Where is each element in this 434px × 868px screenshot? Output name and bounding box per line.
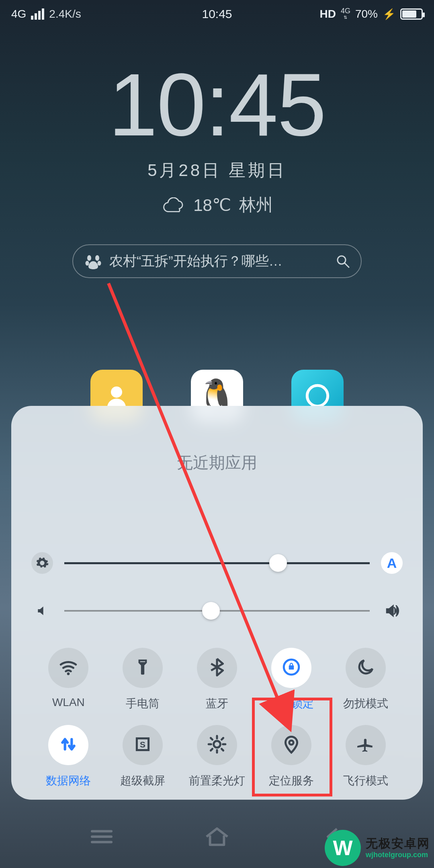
search-hot-text: 农村“五拆”开始执行？哪些… (109, 252, 329, 270)
toggle-label: 手电筒 (126, 696, 160, 711)
baidu-paw-icon (84, 252, 102, 270)
brightness-slider[interactable]: A (31, 552, 403, 574)
airplane-icon (356, 734, 376, 756)
annotation-highlight-box (252, 698, 332, 796)
toggle-front-flash[interactable]: 前置柔光灯 (180, 725, 254, 788)
svg-point-7 (307, 385, 328, 406)
sun-icon (207, 734, 227, 756)
lock-date: 5月28日 星期日 (0, 159, 434, 182)
network-speed: 2.4K/s (49, 8, 81, 20)
volume-thumb[interactable] (202, 602, 220, 620)
toggle-label: 数据网络 (46, 773, 91, 788)
toggle-label: 超级截屏 (120, 773, 165, 788)
toggle-label: WLAN (52, 696, 85, 709)
auto-brightness-button[interactable]: A (381, 552, 403, 574)
toggle-screenshot[interactable]: S 超级截屏 (106, 725, 180, 788)
toggle-label: 飞行模式 (343, 773, 388, 788)
lock-city: 林州 (239, 194, 273, 216)
brightness-thumb[interactable] (269, 554, 287, 572)
search-bar[interactable]: 农村“五拆”开始执行？哪些… (72, 244, 362, 278)
brightness-track[interactable] (64, 562, 370, 564)
search-icon (336, 254, 350, 268)
data-arrows-icon (58, 734, 78, 756)
flashlight-icon (133, 657, 153, 679)
screenshot-icon: S (133, 734, 153, 756)
svg-line-18 (221, 749, 223, 750)
toggle-grid: WLAN 手电筒 蓝牙 竖屏锁定 勿扰模式 数据网络 S 超级截屏 前 (31, 648, 403, 788)
watermark-logo: W (325, 830, 361, 866)
settings-gear-icon[interactable] (31, 552, 53, 574)
toggle-label: 勿扰模式 (343, 696, 388, 711)
moon-icon (356, 657, 376, 679)
svg-point-1 (95, 255, 99, 261)
toggle-flashlight[interactable]: 手电筒 (106, 648, 180, 711)
battery-percent: 70% (355, 8, 378, 20)
sliders-section: A (31, 552, 403, 622)
bluetooth-icon (207, 657, 227, 679)
lock-weather: 18℃ 林州 (0, 194, 434, 216)
charging-icon: ⚡ (383, 8, 395, 20)
watermark: W 无极安卓网 wjhotelgroup.com (325, 830, 430, 866)
battery-icon (400, 8, 423, 20)
wifi-icon (58, 657, 78, 679)
nav-home-button[interactable] (199, 825, 235, 849)
signal-icon (31, 8, 44, 20)
svg-point-8 (67, 672, 70, 675)
toggle-bluetooth[interactable]: 蓝牙 (180, 648, 254, 711)
statusbar-clock: 10:45 (202, 7, 232, 21)
rotation-lock-icon (281, 657, 301, 679)
status-right: HD 4G⇅ 70% ⚡ (319, 8, 423, 20)
lockscreen-clock: 10:45 5月28日 星期日 18℃ 林州 (0, 54, 434, 216)
volume-low-icon (31, 600, 53, 622)
svg-text:S: S (140, 740, 145, 749)
nav-recents-button[interactable] (84, 825, 120, 849)
toggle-label: 蓝牙 (206, 696, 228, 711)
no-recent-apps-label: 无近期应用 (31, 452, 403, 474)
volume-high-icon (381, 600, 403, 622)
svg-line-20 (221, 738, 223, 739)
svg-line-19 (211, 749, 212, 750)
watermark-url: wjhotelgroup.com (366, 851, 428, 860)
toggle-mobile-data[interactable]: 数据网络 (31, 725, 106, 788)
status-bar: 4G 2.4K/s 10:45 HD 4G⇅ 70% ⚡ (0, 0, 434, 28)
status-left: 4G 2.4K/s (11, 8, 81, 20)
svg-point-0 (87, 255, 91, 261)
watermark-title: 无极安卓网 (366, 836, 430, 851)
svg-point-12 (214, 741, 221, 748)
svg-line-5 (345, 263, 349, 267)
network-type: 4G (11, 8, 26, 20)
svg-point-6 (111, 387, 122, 398)
toggle-wlan[interactable]: WLAN (31, 648, 106, 711)
svg-point-2 (86, 261, 89, 266)
svg-line-17 (211, 738, 212, 739)
control-center-panel[interactable]: 无近期应用 A WLAN (11, 406, 423, 800)
volume-slider[interactable] (31, 600, 403, 622)
cloud-icon (161, 197, 185, 213)
toggle-dnd[interactable]: 勿扰模式 (328, 648, 403, 711)
toggle-label: 前置柔光灯 (189, 773, 245, 788)
toggle-airplane[interactable]: 飞行模式 (328, 725, 403, 788)
lock-time: 10:45 (0, 54, 434, 156)
volume-track[interactable] (64, 610, 370, 612)
svg-point-3 (98, 261, 101, 266)
lock-temp: 18℃ (193, 195, 231, 215)
data-4g-icon: 4G⇅ (341, 8, 350, 20)
hd-icon: HD (319, 8, 336, 20)
